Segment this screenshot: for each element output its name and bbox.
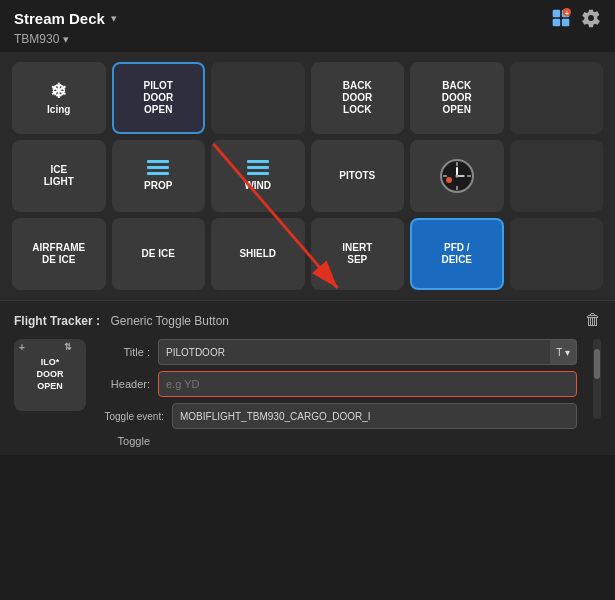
btn-pfd-deice[interactable]: PFD /DEICE bbox=[410, 218, 504, 290]
flight-tracker-info: Flight Tracker : Generic Toggle Button bbox=[14, 311, 229, 329]
grid-icon-button[interactable]: + bbox=[551, 8, 571, 28]
top-bar: Stream Deck ▾ + bbox=[0, 0, 615, 32]
btn-empty-4[interactable] bbox=[510, 218, 604, 290]
app-title: Stream Deck bbox=[14, 10, 105, 27]
btn-pilot-door-open[interactable]: PILOTDOOROPEN bbox=[112, 62, 206, 134]
svg-text:+: + bbox=[565, 10, 569, 17]
svg-rect-2 bbox=[553, 19, 561, 27]
svg-rect-0 bbox=[553, 10, 561, 18]
preview-button[interactable]: + ⇅ ILO*DOOROPEN bbox=[14, 339, 86, 411]
preview-section: + ⇅ ILO*DOOROPEN Title : T ▾ Header: Tog… bbox=[14, 339, 601, 447]
btn-prop[interactable]: PROP bbox=[112, 140, 206, 212]
svg-point-14 bbox=[446, 177, 452, 183]
btn-empty-3[interactable] bbox=[510, 140, 604, 212]
top-bar-right: + bbox=[551, 8, 601, 28]
settings-icon-button[interactable] bbox=[581, 8, 601, 28]
svg-point-15 bbox=[455, 175, 458, 178]
toggle-event-input[interactable] bbox=[172, 403, 577, 429]
flight-tracker-value: Generic Toggle Button bbox=[110, 314, 229, 328]
btn-inert-sep-label: INERTSEP bbox=[342, 242, 372, 266]
btn-pilot-door-open-label: PILOTDOOROPEN bbox=[143, 80, 173, 116]
toggle-label: Toggle bbox=[98, 435, 150, 447]
top-bar-left: Stream Deck ▾ bbox=[14, 10, 117, 27]
toggle-event-label: Toggle event: bbox=[98, 411, 164, 422]
btn-empty-2[interactable] bbox=[510, 62, 604, 134]
btn-pitots[interactable]: PITOTS bbox=[311, 140, 405, 212]
svg-rect-3 bbox=[562, 19, 570, 27]
grid-container: ❄ Icing PILOTDOOROPEN BACKDOORLOCK BACKD… bbox=[0, 52, 615, 300]
flight-tracker-label: Flight Tracker : bbox=[14, 314, 100, 328]
subtitle-chevron-icon[interactable]: ▾ bbox=[63, 33, 69, 46]
btn-wind-label: WIND bbox=[244, 180, 271, 192]
prop-lines-icon bbox=[147, 160, 169, 175]
btn-back-door-open-label: BACKDOOROPEN bbox=[442, 80, 472, 116]
header-input[interactable] bbox=[158, 371, 577, 397]
subtitle-row: TBM930 ▾ bbox=[0, 32, 615, 52]
title-input-wrapper: T ▾ bbox=[158, 339, 577, 365]
btn-wind[interactable]: WIND bbox=[211, 140, 305, 212]
header-field-row: Header: bbox=[98, 371, 577, 397]
button-grid: ❄ Icing PILOTDOOROPEN BACKDOORLOCK BACKD… bbox=[0, 52, 615, 300]
plus-icon: + bbox=[19, 342, 25, 354]
preview-btn-label: ILO*DOOROPEN bbox=[37, 357, 64, 392]
btn-prop-label: PROP bbox=[144, 180, 172, 192]
btn-ice-light-label: ICELIGHT bbox=[44, 164, 74, 188]
chevron-down-icon[interactable]: ▾ bbox=[111, 12, 117, 25]
btn-shield-label: SHIELD bbox=[239, 248, 276, 260]
btn-clock[interactable] bbox=[410, 140, 504, 212]
title-input[interactable] bbox=[158, 339, 550, 365]
btn-de-ice-label: DE ICE bbox=[142, 248, 175, 260]
btn-ice-light[interactable]: ICELIGHT bbox=[12, 140, 106, 212]
flight-tracker-row: Flight Tracker : Generic Toggle Button 🗑 bbox=[14, 311, 601, 329]
clock-icon bbox=[439, 158, 475, 194]
btn-inert-sep[interactable]: INERTSEP bbox=[311, 218, 405, 290]
trash-icon-button[interactable]: 🗑 bbox=[585, 311, 601, 329]
header-field-label: Header: bbox=[98, 378, 150, 390]
toggle-event-field-row: Toggle event: bbox=[98, 403, 577, 429]
btn-airframe-de-ice-label: AIRFRAMEDE ICE bbox=[32, 242, 85, 266]
snowflake-icon: ❄ bbox=[50, 81, 67, 101]
btn-pitots-label: PITOTS bbox=[339, 170, 375, 182]
type-button[interactable]: T ▾ bbox=[550, 339, 577, 365]
btn-shield[interactable]: SHIELD bbox=[211, 218, 305, 290]
scrollbar-thumb bbox=[594, 349, 600, 379]
btn-back-door-lock-label: BACKDOORLOCK bbox=[342, 80, 372, 116]
scrollbar[interactable] bbox=[593, 339, 601, 419]
subtitle-text: TBM930 bbox=[14, 32, 59, 46]
btn-de-ice[interactable]: DE ICE bbox=[112, 218, 206, 290]
btn-icing[interactable]: ❄ Icing bbox=[12, 62, 106, 134]
fields-section: Title : T ▾ Header: Toggle event: Toggle bbox=[98, 339, 577, 447]
btn-back-door-open[interactable]: BACKDOOROPEN bbox=[410, 62, 504, 134]
btn-empty-1[interactable] bbox=[211, 62, 305, 134]
btn-pfd-deice-label: PFD /DEICE bbox=[441, 242, 472, 266]
title-field-row: Title : T ▾ bbox=[98, 339, 577, 365]
btn-back-door-lock[interactable]: BACKDOORLOCK bbox=[311, 62, 405, 134]
btn-icing-label: Icing bbox=[47, 104, 70, 116]
title-field-label: Title : bbox=[98, 346, 150, 358]
arrows-icon: ⇅ bbox=[64, 342, 72, 353]
btn-airframe-de-ice[interactable]: AIRFRAMEDE ICE bbox=[12, 218, 106, 290]
toggle-label-row: Toggle bbox=[98, 435, 577, 447]
bottom-panel: Flight Tracker : Generic Toggle Button 🗑… bbox=[0, 300, 615, 455]
wind-lines-icon bbox=[247, 160, 269, 175]
